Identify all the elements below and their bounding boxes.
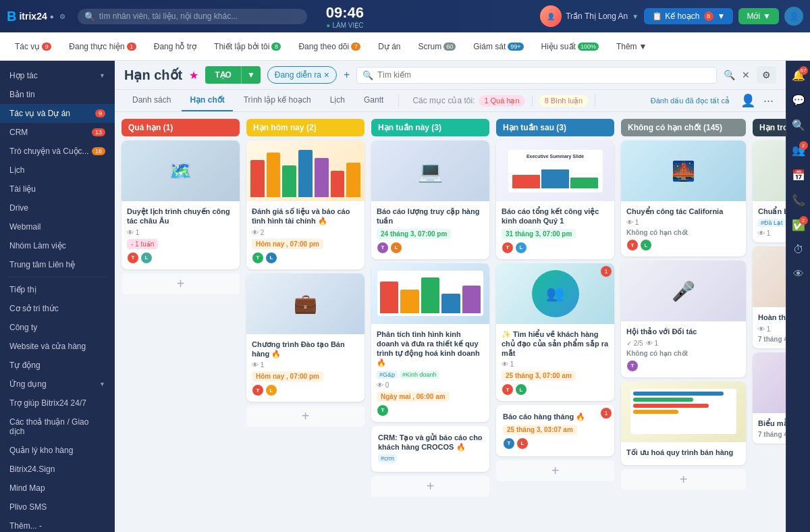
nav-settings-icon[interactable]: ⚙ [59,13,65,20]
right-icon-users[interactable]: 👥 2 [789,141,808,159]
app-logo[interactable]: B itrix24 ● [7,9,54,24]
filter-pill-quahan[interactable]: 1 Quá hạn [479,95,524,107]
filter-chip-active[interactable]: Đang diễn ra × [267,66,337,84]
secnav-dangthuchien[interactable]: Đang thực hiện 1 [61,38,144,55]
sidebar-item-trogiup[interactable]: Trợ giúp Bitrix24 24/7 [0,394,115,413]
right-icon-chat[interactable]: 💬 [789,91,808,109]
avatar: T [502,242,514,254]
sidebar-item-ungdung[interactable]: Ứng dụng ▼ [0,375,115,394]
card-baocaohangtháng[interactable]: 1 Báo cáo hàng tháng 🔥 25 tháng 3, 03:07… [496,405,614,456]
new-button[interactable]: Mới ▼ [738,8,779,24]
user-profile[interactable]: 👤 Trần Thị Long An ▼ [540,5,639,27]
col-add-btn[interactable]: + [371,476,489,497]
notifications-btn[interactable]: 👤 [784,7,803,26]
col-add-btn[interactable]: + [246,406,364,427]
mark-all-btn[interactable]: Đánh dấu đã đọc tất cả [651,97,730,105]
sidebar-item-webmail[interactable]: Webmail [0,217,115,236]
sidebar-item-tacvu[interactable]: Tác vụ và Dự án 9 [0,104,115,123]
card-danhgia[interactable]: Đánh giá số liệu và báo cáo tình hình tà… [246,140,364,269]
filter-clear-btn[interactable]: ✕ [742,70,750,80]
sidebar-item-congty[interactable]: Công ty [0,318,115,337]
global-search[interactable]: 🔍 [78,9,307,24]
sidebar-item-drive[interactable]: Drive [0,198,115,217]
card-toiuu[interactable]: Tối ưu hoá quy trình bán hàng [621,381,746,465]
filter-chip-close[interactable]: × [324,70,329,80]
sidebar-item-sign[interactable]: Bitrix24.Sign [0,460,115,479]
settings-button[interactable]: ⚙ [757,66,776,84]
card-crm-baocao[interactable]: CRM: Tạo và gửi báo cáo cho khách hàng C… [371,426,489,473]
secnav-thietlap[interactable]: Thiết lập bởi tôi 8 [206,38,289,55]
sidebar-item-crm[interactable]: CRM 13 [0,123,115,142]
secnav-scrum[interactable]: Scrum 60 [410,38,464,55]
card-bieu-mau[interactable]: 📋 Biểu mẫu V đẹp 🔥 7 tháng 4, [753,352,786,444]
card-body: Biểu mẫu V đẹp 🔥 7 tháng 4, [753,413,786,444]
card-baocao-luong[interactable]: 💻 Báo cáo lượng truy cập hàng tuần 24 th… [371,140,489,259]
sidebar-item-giaodich[interactable]: Các thoả thuận / Giao dịch [0,413,115,441]
tab-danhsach[interactable]: Danh sách [124,90,179,111]
kehoach-badge: 8 [704,11,713,21]
sidebar-item-trungtam[interactable]: Trung tâm Liên hệ [0,255,115,274]
right-icon-notification[interactable]: 🔔 67 [789,66,808,84]
col-add-btn[interactable]: + [621,469,746,490]
card-baocao-quy[interactable]: Executive Summary Slide Báo cáo tổng kết… [496,140,614,259]
kehoach-arrow[interactable]: ▼ [718,11,726,21]
col-add-btn[interactable]: + [496,460,614,481]
card-title: Hội thảo với Đối tác [626,327,740,336]
add-filter-icon[interactable]: + [344,69,350,81]
secnav-danghootro[interactable]: Đang hỗ trợ [146,38,205,55]
right-icon-tasks[interactable]: ✅ 2 [789,216,808,234]
secnav-duan[interactable]: Dự án [370,38,408,55]
filter-search-btn[interactable]: 🔍 [724,70,735,80]
filter-search[interactable]: 🔍 [356,67,717,84]
secnav-tacvu[interactable]: Tác vụ 9 [7,38,59,55]
view-icon-btn[interactable]: 👤 [738,90,758,111]
sidebar-item-tudong[interactable]: Tự động [0,356,115,375]
sidebar-item-hoptac[interactable]: Hợp tác ▼ [0,66,115,85]
filter-pill-binhluan[interactable]: 8 Bình luận [539,95,589,107]
card-hoan-thien[interactable]: 🏗️ Hoàn thiện Xây Dựng 👁 1 7 tháng 4, [753,246,786,348]
filter-search-input[interactable] [377,70,711,80]
card-title: Hoàn thiện Xây Dựng [758,313,786,322]
right-icon-phone[interactable]: 📞 [789,191,808,209]
secnav-dantheodoi[interactable]: Đang theo dõi 7 [290,38,369,55]
col-add-btn[interactable]: + [122,273,240,294]
card-chuongtrinh[interactable]: 💼 Chương trình Đào tạo Bán hàng 🔥 👁 1 Hô… [246,273,364,402]
create-button[interactable]: TẠO ▼ [205,66,261,84]
sidebar-item-tailieu[interactable]: Tài liệu [0,180,115,198]
sidebar-item-themmore[interactable]: Thêm... - [0,516,115,532]
more-icon-btn[interactable]: ··· [761,90,776,111]
tab-trinhlap[interactable]: Trình lập kế hoạch [236,90,319,111]
secnav-them[interactable]: Thêm ▼ [608,38,655,55]
user-chevron[interactable]: ▼ [632,13,639,20]
card-duyet-lich[interactable]: 🗺️ Duyệt lịch trình chuyến công tác châu… [122,140,240,269]
tab-lich[interactable]: Lịch [322,90,353,111]
card-chuan-bi[interactable]: 🌿 Chuẩn bị hành lý tháng 12 #Đà Lạt #mới… [753,140,786,242]
sidebar-item-lich[interactable]: Lịch [0,161,115,180]
sidebar-item-website[interactable]: Website và cửa hàng [0,337,115,356]
card-hoithao[interactable]: 🎤 Hội thảo với Đối tác ✓ 2/5 👁 1 Không c… [621,261,746,377]
search-input[interactable] [99,11,300,21]
sidebar-item-cosotri[interactable]: Cơ sở tri thức [0,299,115,318]
sidebar-item-nhom[interactable]: Nhóm Làm việc [0,236,115,255]
sidebar-item-kho[interactable]: Quản lý kho hàng [0,441,115,460]
right-icon-calendar[interactable]: 📅 [789,166,808,184]
right-icon-eye[interactable]: 👁 [790,265,807,283]
right-icon-search[interactable]: 🔍 [789,116,808,134]
card-california[interactable]: 🌉 Chuyển công tác California 👁 1 Không c… [621,140,746,257]
create-arrow[interactable]: ▼ [241,66,261,84]
favorite-icon[interactable]: ★ [189,69,198,82]
kehoach-button[interactable]: 📋 Kế hoạch 8 ▼ [644,8,733,24]
card-timhieu-khachhang[interactable]: 1 👥 ✨ Tìm hiểu về khách hàng chủ đạo của… [496,263,614,402]
right-icon-clock[interactable]: ⏱ [790,241,807,259]
tab-gantt[interactable]: Gantt [356,90,392,111]
secnav-giamsat[interactable]: Giám sát 99+ [465,38,531,55]
sidebar-item-tiepThi[interactable]: Tiếp thị [0,280,115,299]
sidebar-item-bantin[interactable]: Bản tin [0,85,115,104]
secnav-hieusuat[interactable]: Hiệu suất 100% [533,38,607,55]
sidebar-item-mindmap[interactable]: Mind Map [0,479,115,498]
sidebar-item-trochuyen[interactable]: Trò chuyện và Cuộc... 16 [0,142,115,161]
sidebar-item-plivo[interactable]: Plivo SMS [0,498,115,516]
avatar: T [502,383,514,396]
tab-hanchoт[interactable]: Hạn chốt [182,90,232,111]
card-phantich[interactable]: Phân tích tình hình kinh doanh và đưa ra… [371,263,489,422]
